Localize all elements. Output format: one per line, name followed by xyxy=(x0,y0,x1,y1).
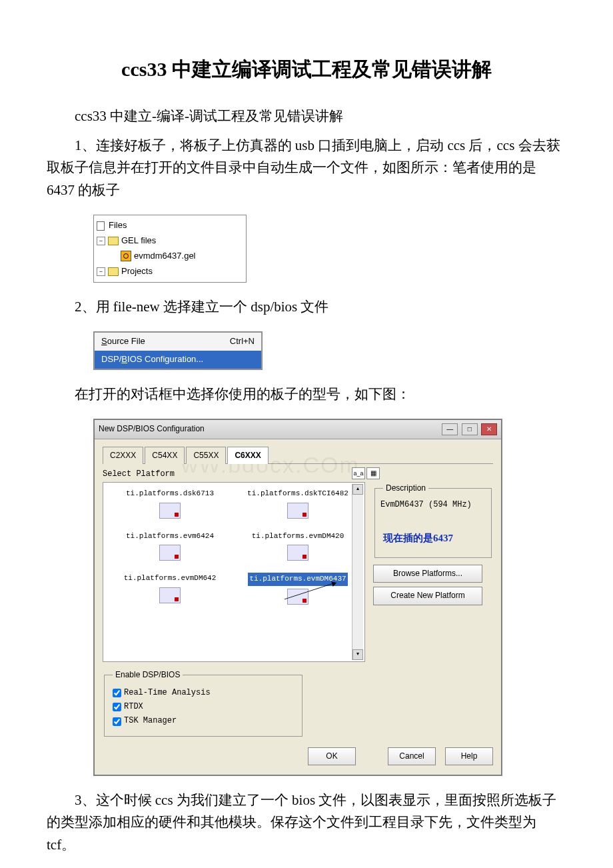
maximize-button[interactable]: □ xyxy=(462,423,478,435)
menu-dsp-bios[interactable]: DSP/BIOS Configuration... xyxy=(95,351,261,369)
chip-icon xyxy=(287,503,308,519)
cancel-button[interactable]: Cancel xyxy=(388,747,436,765)
page-title: ccs33 中建立编译调试工程及常见错误讲解 xyxy=(47,53,566,85)
collapse-icon[interactable]: − xyxy=(97,267,105,276)
checkbox[interactable] xyxy=(113,689,121,697)
menu-figure: SSource Fileource File Ctrl+N DSP/BIOS C… xyxy=(93,331,263,370)
chk-tsk[interactable]: TSK Manager xyxy=(110,715,297,727)
new-config-dialog: New DSP/BIOS Configuration — □ ✕ wW.bdoc… xyxy=(94,419,502,775)
tree-projects-label: Projects xyxy=(121,265,153,279)
close-button[interactable]: ✕ xyxy=(481,423,497,435)
tab-bar: C2XXX C54XX C55XX C6XXX xyxy=(103,446,493,464)
tab-c55xx[interactable]: C55XX xyxy=(186,447,226,464)
folder-icon xyxy=(108,267,119,276)
view-icons-icon[interactable]: ▦ xyxy=(366,467,380,479)
view-list-icon[interactable]: a_a xyxy=(352,467,365,479)
description-legend: Description xyxy=(383,482,428,495)
tree-gel-item-label: evmdm6437.gel xyxy=(134,249,196,263)
platform-item[interactable]: ti.platforms.evmDM642 xyxy=(109,573,231,606)
help-button[interactable]: Help xyxy=(445,747,493,765)
create-platform-button[interactable]: Create New Platform xyxy=(373,587,482,605)
menu-source-file[interactable]: SSource Fileource File Ctrl+N xyxy=(95,333,261,351)
tree-projects-folder[interactable]: − Projects xyxy=(97,264,243,279)
collapse-icon[interactable]: − xyxy=(97,237,105,245)
tree-gel-label: GEL files xyxy=(121,234,156,248)
platform-item[interactable]: ti.platforms.evm6424 xyxy=(109,531,231,563)
enable-bios-legend: Enable DSP/BIOS xyxy=(113,669,183,681)
paragraph-3: 2、用 file-new 选择建立一个 dsp/bios 文件 xyxy=(47,296,566,319)
annotation-note: 现在插的是6437 xyxy=(383,531,483,545)
dialog-titlebar: New DSP/BIOS Configuration — □ ✕ xyxy=(95,420,501,439)
checkbox[interactable] xyxy=(113,717,121,726)
platform-item[interactable]: ti.platforms.dskTCI6482 xyxy=(237,488,359,520)
gel-icon xyxy=(121,251,131,261)
description-box: Description EvmDM6437 (594 MHz) 现在插的是643… xyxy=(374,482,492,558)
menu-item-label: SSource Fileource File xyxy=(101,335,145,349)
paragraph-2: 1、连接好板子，将板子上仿真器的 usb 口插到电脑上，启动 ccs 后，ccs… xyxy=(47,135,566,202)
tab-c54xx[interactable]: C54XX xyxy=(145,447,185,464)
scroll-up-icon[interactable]: ▴ xyxy=(352,484,363,495)
platform-item-selected[interactable]: ti.platforms.evmDM6437 xyxy=(237,573,359,606)
ok-button[interactable]: OK xyxy=(308,747,356,765)
chk-rtdx[interactable]: RTDX xyxy=(110,701,297,713)
chip-icon xyxy=(159,545,181,561)
select-platform-label: Select Platform xyxy=(103,468,493,481)
tree-gel-folder[interactable]: − GEL files xyxy=(97,233,243,249)
paragraph-1: ccs33 中建立-编译-调试工程及常见错误讲解 xyxy=(47,105,566,128)
tab-c2xxx[interactable]: C2XXX xyxy=(103,447,143,464)
file-tree-figure: Files − GEL files evmdm6437.gel − Projec… xyxy=(93,215,247,282)
chip-icon xyxy=(159,503,181,519)
folder-icon xyxy=(108,237,119,245)
dialog-title-text: New DSP/BIOS Configuration xyxy=(99,423,205,435)
checkbox[interactable] xyxy=(113,703,121,711)
scroll-down-icon[interactable]: ▾ xyxy=(352,649,363,660)
platform-list[interactable]: ti.platforms.dsk6713 ti.platforms.dskTCI… xyxy=(103,482,365,662)
chip-icon xyxy=(287,545,308,561)
tree-root[interactable]: Files xyxy=(97,218,243,233)
menu-shortcut: Ctrl+N xyxy=(230,335,255,349)
paragraph-4: 在打开的对话框中选择你使用的板子的型号，如下图： xyxy=(47,383,566,406)
paragraph-5: 3、这个时候 ccs 为我们建立了一个 bios 文件，以图表显示，里面按照所选… xyxy=(47,789,566,857)
chip-icon xyxy=(159,587,181,603)
platform-item[interactable]: ti.platforms.dsk6713 xyxy=(109,488,231,520)
chk-realtime[interactable]: Real-Time Analysis xyxy=(110,687,297,699)
tab-c6xxx[interactable]: C6XXX xyxy=(227,447,268,464)
platform-item[interactable]: ti.platforms.evmDM420 xyxy=(237,531,359,563)
scrollbar[interactable]: ▴ ▾ xyxy=(352,484,363,660)
dialog-figure: New DSP/BIOS Configuration — □ ✕ wW.bdoc… xyxy=(93,419,502,776)
menu-item-label: DSP/BIOS Configuration... xyxy=(101,353,203,367)
browse-platforms-button[interactable]: Browse Platforms... xyxy=(373,565,482,583)
description-text: EvmDM6437 (594 MHz) xyxy=(380,499,486,511)
minimize-button[interactable]: — xyxy=(442,423,458,435)
files-icon xyxy=(97,221,106,231)
tree-root-label: Files xyxy=(109,219,127,233)
tree-gel-item[interactable]: evmdm6437.gel xyxy=(97,249,243,264)
enable-bios-group: Enable DSP/BIOS Real-Time Analysis RTDX … xyxy=(104,669,303,737)
